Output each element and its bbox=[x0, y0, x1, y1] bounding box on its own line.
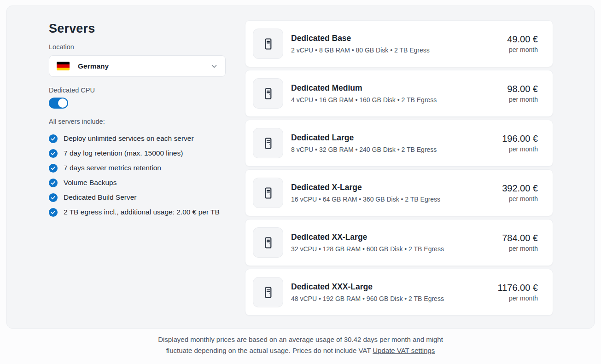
sidebar: Servers Location Germany Dedicated CPU A… bbox=[49, 22, 226, 221]
list-item-label: 2 TB egress incl., additional usage: 2.0… bbox=[64, 207, 220, 218]
list-item: 7 day log retention (max. 15000 lines) bbox=[49, 148, 226, 159]
server-icon bbox=[253, 78, 283, 109]
update-vat-settings-link[interactable]: Update VAT settings bbox=[373, 347, 435, 354]
plan-name: Dedicated Base bbox=[291, 34, 430, 43]
list-item-label: Dedicated Build Server bbox=[64, 192, 137, 203]
plan-card-dedicated-xxx-large[interactable]: Dedicated XXX-Large 48 vCPU • 192 GB RAM… bbox=[245, 269, 553, 316]
page-title: Servers bbox=[49, 22, 226, 36]
chevron-down-icon bbox=[210, 63, 218, 70]
plan-card-dedicated-medium[interactable]: Dedicated Medium 4 vCPU • 16 GB RAM • 16… bbox=[245, 70, 553, 117]
location-value: Germany bbox=[78, 62, 109, 70]
list-item-label: Deploy unlimited services on each server bbox=[64, 133, 194, 144]
list-item-label: 7 days server metrics retention bbox=[64, 162, 161, 173]
includes-list: Deploy unlimited services on each server… bbox=[49, 133, 226, 218]
plan-price: 49.00 € bbox=[507, 34, 538, 45]
plan-price: 784.00 € bbox=[502, 233, 538, 243]
plan-card-dedicated-xx-large[interactable]: Dedicated XX-Large 32 vCPU • 128 GB RAM … bbox=[245, 219, 553, 266]
location-label: Location bbox=[49, 43, 226, 51]
server-icon bbox=[253, 178, 283, 208]
plan-card-dedicated-x-large[interactable]: Dedicated X-Large 16 vCPU • 64 GB RAM • … bbox=[245, 169, 553, 216]
plan-name: Dedicated Medium bbox=[291, 83, 437, 93]
location-select[interactable]: Germany bbox=[49, 55, 226, 77]
germany-flag-icon bbox=[57, 62, 70, 70]
plan-price: 1176.00 € bbox=[498, 283, 538, 293]
plan-specs: 4 vCPU • 16 GB RAM • 160 GB Disk • 2 TB … bbox=[291, 96, 437, 104]
list-item-label: Volume Backups bbox=[64, 177, 117, 188]
list-item: 2 TB egress incl., additional usage: 2.0… bbox=[49, 207, 226, 218]
list-item: Volume Backups bbox=[49, 177, 226, 188]
check-icon bbox=[49, 193, 58, 202]
list-item-label: 7 day log retention (max. 15000 lines) bbox=[64, 148, 183, 159]
dedicated-cpu-label: Dedicated CPU bbox=[49, 87, 226, 94]
plan-price: 98.00 € bbox=[507, 84, 538, 94]
plan-specs: 32 vCPU • 128 GB RAM • 600 GB Disk • 2 T… bbox=[291, 245, 444, 253]
includes-label: All servers include: bbox=[49, 118, 226, 125]
plan-period: per month bbox=[498, 295, 538, 302]
plan-period: per month bbox=[502, 245, 538, 252]
plan-name: Dedicated XXX-Large bbox=[291, 282, 444, 292]
dedicated-cpu-toggle[interactable] bbox=[49, 98, 68, 109]
toggle-knob bbox=[58, 98, 67, 108]
list-item: 7 days server metrics retention bbox=[49, 162, 226, 173]
plan-period: per month bbox=[502, 145, 538, 153]
plan-price: 392.00 € bbox=[502, 183, 538, 194]
plan-specs: 48 vCPU • 192 GB RAM • 960 GB Disk • 2 T… bbox=[291, 295, 444, 302]
check-icon bbox=[49, 149, 58, 158]
plan-list: Dedicated Base 2 vCPU • 8 GB RAM • 80 GB… bbox=[245, 20, 553, 318]
plan-name: Dedicated Large bbox=[291, 133, 437, 143]
plan-specs: 2 vCPU • 8 GB RAM • 80 GB Disk • 2 TB Eg… bbox=[291, 46, 430, 54]
server-icon bbox=[253, 277, 283, 307]
check-icon bbox=[49, 208, 58, 217]
check-icon bbox=[49, 134, 58, 143]
disclaimer-line-1: Displayed monthly prices are based on an… bbox=[158, 335, 443, 343]
check-icon bbox=[49, 164, 58, 173]
list-item: Deploy unlimited services on each server bbox=[49, 133, 226, 144]
plan-price: 196.00 € bbox=[502, 133, 538, 144]
plan-name: Dedicated X-Large bbox=[291, 183, 440, 192]
plan-card-dedicated-base[interactable]: Dedicated Base 2 vCPU • 8 GB RAM • 80 GB… bbox=[245, 20, 553, 67]
check-icon bbox=[49, 179, 58, 187]
plan-name: Dedicated XX-Large bbox=[291, 232, 444, 242]
pricing-disclaimer: Displayed monthly prices are based on an… bbox=[0, 334, 601, 356]
plan-specs: 16 vCPU • 64 GB RAM • 360 GB Disk • 2 TB… bbox=[291, 196, 440, 203]
plan-period: per month bbox=[507, 96, 538, 103]
servers-panel: Servers Location Germany Dedicated CPU A… bbox=[6, 6, 595, 329]
list-item: Dedicated Build Server bbox=[49, 192, 226, 203]
plan-period: per month bbox=[502, 195, 538, 202]
plan-card-dedicated-large[interactable]: Dedicated Large 8 vCPU • 32 GB RAM • 240… bbox=[245, 120, 553, 167]
plan-period: per month bbox=[507, 46, 538, 53]
server-icon bbox=[253, 128, 283, 158]
disclaimer-line-2: fluctuate depending on the actual usage.… bbox=[166, 347, 371, 354]
server-icon bbox=[253, 227, 283, 258]
plan-specs: 8 vCPU • 32 GB RAM • 240 GB Disk • 2 TB … bbox=[291, 146, 437, 153]
server-icon bbox=[253, 29, 283, 59]
